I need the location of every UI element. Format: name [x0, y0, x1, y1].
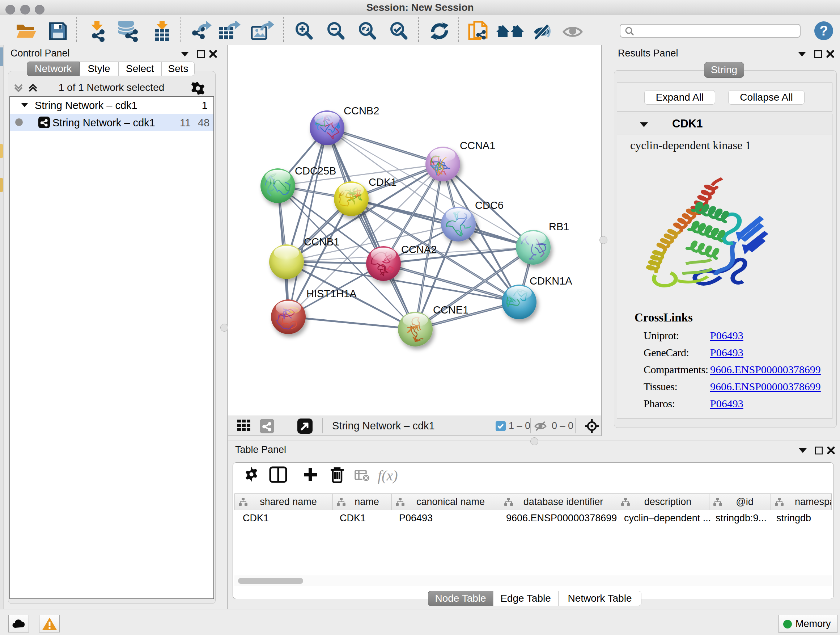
svg-text:CDC25B: CDC25B: [295, 165, 336, 177]
svg-text:CCNB1: CCNB1: [304, 236, 339, 248]
svg-text:RB1: RB1: [549, 221, 569, 233]
svg-text:CCNE1: CCNE1: [433, 304, 469, 316]
svg-text:CCNB2: CCNB2: [344, 105, 379, 117]
svg-text:CCNA2: CCNA2: [401, 244, 437, 255]
svg-text:CDKN1A: CDKN1A: [530, 275, 572, 287]
svg-text:CCNA1: CCNA1: [460, 140, 495, 151]
svg-text:CDK1: CDK1: [369, 176, 396, 188]
svg-text:CDC6: CDC6: [475, 200, 504, 211]
svg-text:HIST1H1A: HIST1H1A: [306, 288, 357, 299]
